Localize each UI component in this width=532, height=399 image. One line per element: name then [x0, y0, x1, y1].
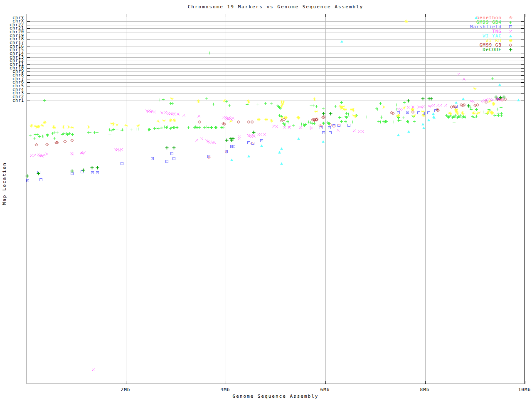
legend-item-tng: TNG: [432, 29, 502, 33]
y-axis-tick: [27, 57, 30, 58]
gridline-chr7: [27, 79, 524, 79]
legend-item-marshfield: Marshfield: [432, 24, 502, 29]
x-axis-tick: [425, 14, 426, 17]
y-axis-tick: [27, 82, 30, 83]
y-axis-tick: [521, 57, 524, 58]
plot-area: [27, 14, 525, 384]
y-axis-tick: [521, 101, 524, 101]
gridline-4Mb: [226, 14, 226, 384]
legend-item-wi-yac: WI YAC: [432, 33, 502, 38]
legend-symbol: [509, 25, 512, 29]
y-axis-tick: [27, 21, 30, 22]
y-axis-tick: [521, 61, 524, 61]
legend-item-decode: DeCODE: [432, 47, 502, 52]
y-axis-tick: [27, 28, 30, 29]
x-tick-label-6Mb: 6Mb: [320, 387, 330, 392]
y-axis-tick: [27, 68, 30, 69]
gridline-chr8: [27, 75, 524, 76]
y-axis-tick: [27, 71, 30, 72]
y-axis-tick: [27, 64, 30, 65]
x-axis-tick: [525, 14, 525, 17]
y-axis-tick: [27, 61, 30, 61]
gridline-8Mb: [425, 14, 426, 384]
legend-symbol: [509, 34, 512, 38]
y-axis-tick: [521, 64, 524, 65]
y-axis-tick: [27, 90, 30, 90]
triangle-icon: [509, 34, 512, 38]
x-axis-label: Genome Sequence Assembly: [27, 394, 525, 399]
y-axis-tick: [521, 50, 524, 50]
x-tick-label-8Mb: 8Mb: [420, 387, 430, 392]
y-axis-tick: [27, 93, 30, 94]
y-axis-tick: [521, 32, 524, 32]
x-axis-tick: [425, 381, 426, 384]
y-axis-tick: [27, 54, 30, 54]
y-axis-tick: [521, 21, 524, 22]
legend-item-genethon: Genethon: [432, 15, 502, 20]
y-axis-tick: [27, 18, 30, 18]
gridline-chr6: [27, 82, 524, 83]
y-axis-tick: [27, 43, 30, 43]
x-axis-tick: [525, 381, 525, 384]
y-axis-tick: [27, 79, 30, 79]
y-axis-tick: [521, 68, 524, 69]
gridline-chr10: [27, 68, 524, 69]
x-tick-label-2Mb: 2Mb: [121, 387, 131, 392]
y-axis-tick: [521, 82, 524, 83]
y-axis-tick: [521, 28, 524, 29]
x-tick-label-10Mb: 10Mb: [518, 387, 531, 392]
x-axis-tick: [226, 381, 226, 384]
x-axis-tick: [325, 381, 326, 384]
plus-bold-icon: [509, 48, 512, 52]
star-icon: [509, 39, 512, 42]
diamond-dot-icon: [509, 16, 512, 20]
y-axis-tick: [27, 25, 30, 25]
y-axis-tick: [27, 32, 30, 32]
y-axis-tick: [521, 71, 524, 72]
gridline-chr2: [27, 97, 524, 97]
y-axis-tick: [27, 39, 30, 39]
gridline-chr9: [27, 71, 524, 72]
legend-symbol: [509, 48, 512, 52]
legend-symbol: [509, 16, 512, 20]
cross-icon: [509, 30, 512, 33]
y-axis-tick: [521, 79, 524, 79]
gridline-6Mb: [325, 14, 326, 384]
y-axis-tick: [27, 36, 30, 36]
gridline-chr11: [27, 64, 524, 65]
y-axis-tick: [521, 75, 524, 76]
y-axis-tick: [27, 47, 30, 47]
gridline-chr13: [27, 57, 524, 58]
legend-symbol: [509, 20, 512, 24]
square-dot-icon: [509, 25, 512, 29]
chromosome-scatter-chart: Chromosome 19 Markers vs Genome Sequence…: [0, 0, 532, 399]
x-axis-tick: [126, 14, 126, 17]
diamond-dot-icon: [509, 43, 512, 47]
gridline-chr14: [27, 54, 524, 54]
gridline-chr3: [27, 93, 524, 94]
y-axis-tick: [521, 18, 524, 18]
legend-item-gm99-g3: GM99 G3: [432, 42, 502, 47]
y-axis-tick: [27, 97, 30, 97]
x-axis-tick: [226, 14, 226, 17]
chart-title: Chromosome 19 Markers vs Genome Sequence…: [27, 4, 525, 10]
gridline-chr4: [27, 90, 524, 90]
y-axis-tick: [521, 93, 524, 94]
legend-symbol: [509, 39, 512, 42]
y-axis-tick: [521, 86, 524, 86]
plus-icon: [509, 20, 512, 24]
y-axis-label: Map Location: [2, 162, 7, 205]
legend-item-wi-rh: WI RH: [432, 38, 502, 42]
y-axis-tick: [521, 39, 524, 39]
y-axis-tick: [521, 43, 524, 43]
legend-symbol: [509, 43, 512, 47]
gridline-chr12: [27, 61, 524, 61]
gridline-chr5: [27, 86, 524, 86]
legend-label: DeCODE: [483, 47, 502, 52]
gridline-chr1: [27, 101, 524, 101]
y-axis-tick: [521, 97, 524, 97]
gridline-2Mb: [126, 14, 126, 384]
y-tick-label-chr1: chr1: [0, 99, 24, 102]
y-axis-tick: [27, 75, 30, 76]
y-axis-tick: [521, 25, 524, 25]
